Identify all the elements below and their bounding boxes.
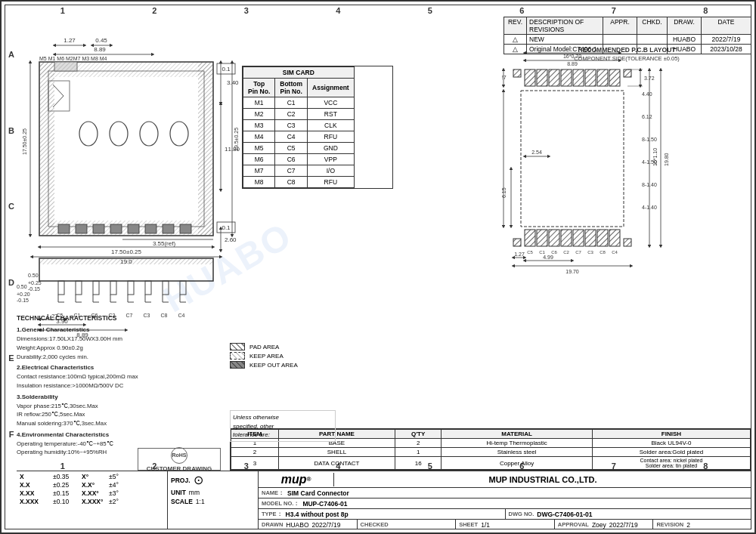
svg-rect-6 <box>198 62 213 236</box>
rev-tb-val: 2 <box>686 521 690 529</box>
svg-rect-88 <box>597 69 608 86</box>
checked-label: CHECKED <box>361 521 389 528</box>
rev-header-appr: APPR. <box>603 17 637 34</box>
legend-keep: KEEP AREA <box>230 352 381 360</box>
logo-text: mup <box>281 473 307 486</box>
svg-text:-0.15: -0.15 <box>28 286 40 292</box>
svg-rect-86 <box>573 69 584 86</box>
svg-rect-92 <box>521 91 624 227</box>
rev-header-rev: REV. <box>504 17 527 34</box>
svg-text:6.12: 6.12 <box>642 114 652 119</box>
svg-rect-90 <box>513 69 521 77</box>
svg-rect-83 <box>537 69 547 86</box>
svg-rect-26 <box>93 281 99 295</box>
company-info-block: mup ® MUP INDUSTRIAL CO.,LTD. NAME： SIM … <box>259 471 751 529</box>
svg-rect-7 <box>39 62 213 77</box>
svg-rect-14 <box>58 224 70 233</box>
unit-label: UNIT <box>171 489 186 496</box>
parts-header-finish: FINISH <box>592 430 750 439</box>
svg-rect-27 <box>110 281 116 295</box>
svg-rect-3 <box>48 71 204 227</box>
sheet-val: 1/1 <box>481 521 490 529</box>
type-row: TYPE： H3.4 without post 8p DWG NO. DWG-C… <box>259 509 751 520</box>
svg-text:C5: C5 <box>527 250 533 255</box>
svg-rect-84 <box>549 69 559 86</box>
approval-cell: APPROVAL Zoey 2022/7/19 <box>555 520 654 529</box>
pcb-layout: RECOMMENDED P.C.B LAYOUT COMPONENT SIDE(… <box>502 43 751 330</box>
svg-rect-97 <box>573 230 584 246</box>
pad-area-label: PAD AREA <box>249 344 279 350</box>
svg-text:RECOMMENDED P.C.B LAYOUT: RECOMMENDED P.C.B LAYOUT <box>578 46 677 54</box>
svg-rect-28 <box>128 281 134 295</box>
svg-rect-16 <box>93 224 104 233</box>
parts-row-2: 2 SHELL 1 Stainless steel Solder area:Go… <box>231 448 751 457</box>
rev-header-draw: DRAW. <box>668 17 702 34</box>
parts-row-3: 3 DATA CONTACT 16 Copper Alloy Contact a… <box>231 457 751 470</box>
page: HUABO A B C D E F 12345678 12345678 REV.… <box>0 0 756 534</box>
svg-point-9 <box>79 122 98 146</box>
tol-row-xxx: X.XX ±0.15 X.XX° ±3° <box>20 489 164 497</box>
svg-rect-21 <box>180 224 191 233</box>
tolerance-table: X ±0.35 X° ±5° X.X ±0.25 X.X° ±4° X.XX ±… <box>17 471 168 529</box>
name-label: NAME： <box>262 489 284 497</box>
parts-finish-1: Black UL94V-0 <box>592 439 750 448</box>
svg-rect-15 <box>76 224 87 233</box>
rev-header-date: DATE <box>702 17 751 34</box>
unit-val: mm <box>189 489 200 496</box>
model-val: MUP-C7406-01 <box>302 500 347 508</box>
approval-label: APPROVAL <box>558 521 589 528</box>
row-label-b: B <box>8 93 14 169</box>
svg-text:C7: C7 <box>575 250 581 255</box>
svg-rect-87 <box>585 69 596 86</box>
col-labels-top: 12345678 <box>17 5 751 17</box>
drawn-row: DRAWN HUABO 2022/7/19 CHECKED SHEET 1/1 … <box>259 520 751 529</box>
svg-text:3.40: 3.40 <box>227 79 239 86</box>
type-cell: TYPE： H3.4 without post 8p <box>259 509 506 519</box>
svg-rect-89 <box>609 69 620 86</box>
approval-date: 2022/7/19 <box>609 521 638 529</box>
svg-text:C3: C3 <box>587 250 593 255</box>
svg-rect-101 <box>513 239 521 246</box>
dwg-val: DWG-C7406-01-01 <box>537 511 592 518</box>
svg-text:+0.25: +0.25 <box>28 280 42 286</box>
svg-text:8.89: 8.89 <box>94 46 106 53</box>
title-block: X ±0.35 X° ±5° X.X ±0.25 X.X° ±4° X.XX ±… <box>17 471 751 529</box>
solderability-title: 3.Solderability <box>17 393 228 402</box>
insulation-resist: Insulation resistance:>1000MΩ/500V DC <box>17 381 228 390</box>
technical-characteristics: TECHNICAL CHARACTERISTICS 1.General Char… <box>17 313 228 457</box>
svg-rect-98 <box>585 230 596 246</box>
company-logo: mup ® <box>259 473 334 486</box>
svg-rect-99 <box>597 230 608 246</box>
svg-text:1.27: 1.27 <box>502 75 507 80</box>
svg-text:4-1.50: 4-1.50 <box>642 159 657 165</box>
model-label: MODEL NO.： <box>262 500 299 508</box>
svg-text:C4: C4 <box>612 250 618 255</box>
svg-text:4.99: 4.99 <box>543 255 553 260</box>
name-row: NAME： SIM Card Connector <box>259 488 751 499</box>
parts-header-material: MATERIAL <box>442 430 593 439</box>
svg-text:C8: C8 <box>600 250 606 255</box>
electrical-title: 2.Electrical Characteristics <box>17 363 228 372</box>
drawn-cell: DRAWN HUABO 2022/7/19 <box>259 520 358 529</box>
checked-cell: CHECKED <box>358 520 457 529</box>
environmental-title: 4.Environmental Characteristics <box>17 431 228 440</box>
svg-rect-18 <box>128 224 139 233</box>
svg-rect-29 <box>145 281 151 295</box>
svg-rect-25 <box>76 281 82 295</box>
parts-qty-1: 2 <box>395 439 442 448</box>
proj-row: PROJ. ⊙ <box>171 473 255 487</box>
svg-rect-30 <box>163 281 169 295</box>
svg-text:0.1: 0.1 <box>222 66 231 73</box>
approval-val: Zoey <box>592 521 606 529</box>
keep-out-label: KEEP OUT AREA <box>249 362 298 369</box>
rohs-circle: RoHS <box>171 447 187 464</box>
tol-row-xx: X.X ±0.25 X.X° ±4° <box>20 481 164 489</box>
part-name-cell: NAME： SIM Card Connector <box>259 488 751 498</box>
svg-text:6.15: 6.15 <box>502 187 507 198</box>
parts-qty-3: 16 <box>395 457 442 470</box>
row-label-c: C <box>8 168 14 245</box>
svg-text:19.0: 19.0 <box>120 258 132 265</box>
svg-rect-102 <box>624 239 631 246</box>
svg-text:M5 M1 M6 M2M7 M3 M8 M4: M5 M1 M6 M2M7 M3 M8 M4 <box>39 56 107 61</box>
model-cell: MODEL NO.： MUP-C7406-01 <box>259 499 751 508</box>
